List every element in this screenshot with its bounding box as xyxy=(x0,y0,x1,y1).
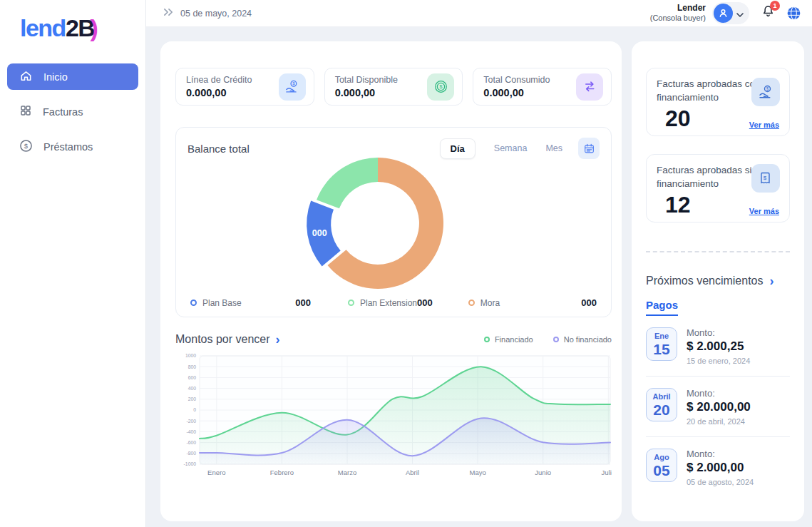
svg-text:Abril: Abril xyxy=(406,469,419,476)
balance-total-card: Balance total Día Semana Mes 000 xyxy=(175,127,612,317)
payment-day: 20 xyxy=(647,402,677,417)
montos-title: Montos por vencer xyxy=(175,333,270,346)
payment-item: Ene 15 Monto: $ 2.000,25 15 de enero, 20… xyxy=(646,327,790,365)
legend-value: 000 xyxy=(581,297,597,308)
user-menu-button[interactable] xyxy=(712,2,749,24)
avatar xyxy=(714,4,733,23)
amount-label: Monto: xyxy=(687,449,754,459)
approved-with-financing-card: Facturas aprobadas con financiamiento 20… xyxy=(646,68,790,136)
stat-label: Total Consumido xyxy=(483,75,550,85)
sidebar-item-label: Préstamos xyxy=(43,141,93,153)
stat-value: 0.000,00 xyxy=(186,87,252,98)
chevron-down-icon xyxy=(736,7,744,20)
topbar: 05 de mayo, 2024 Lender (Consola buyer) xyxy=(146,0,812,27)
calendar-button[interactable] xyxy=(578,138,600,159)
svg-text:400: 400 xyxy=(188,386,197,391)
brand-logo-primary: lend xyxy=(20,14,66,41)
language-button[interactable] xyxy=(786,5,802,21)
legend-dot xyxy=(484,337,490,342)
legend-label: No financiado xyxy=(564,335,612,344)
stat-value: 0.000,00 xyxy=(483,87,550,98)
svg-text:$: $ xyxy=(24,142,29,150)
donut-legend: Plan Base 000 Plan Extension 000 Mora 00… xyxy=(187,297,600,308)
right-panel: Facturas aprobadas con financiamiento 20… xyxy=(632,41,804,521)
tab-semana[interactable]: Semana xyxy=(494,143,528,153)
balance-period-tabs: Día Semana Mes xyxy=(440,138,600,159)
chevron-right-icon: › xyxy=(276,333,280,346)
svg-text:$: $ xyxy=(764,175,767,181)
legend-value: 000 xyxy=(295,297,311,308)
legend-financiado: Financiado xyxy=(484,335,533,344)
legend-dot xyxy=(553,337,559,342)
svg-text:000: 000 xyxy=(312,228,327,238)
main-region: 05 de mayo, 2024 Lender (Consola buyer) xyxy=(146,0,812,527)
tab-pagos[interactable]: Pagos xyxy=(646,299,678,316)
svg-text:Julio: Julio xyxy=(602,469,612,476)
sidebar-item-label: Inicio xyxy=(43,71,68,83)
montos-area-chart: 10008006004002000-200-400-600-800-1000En… xyxy=(175,352,612,480)
calendar-icon xyxy=(583,143,595,155)
svg-text:Mayo: Mayo xyxy=(469,469,485,476)
dashed-divider xyxy=(646,251,790,252)
legend-mora: Mora 000 xyxy=(468,297,597,308)
invoice-dollar-icon: $ xyxy=(751,164,780,193)
tab-mes[interactable]: Mes xyxy=(545,143,562,153)
hand-coin-icon: $ xyxy=(751,78,780,106)
content-area: Línea de Crédito 0.000,00 $ T xyxy=(146,27,812,527)
grid-icon xyxy=(19,104,32,119)
legend-plan-extension: Plan Extension 000 xyxy=(348,297,433,308)
sidebar-item-inicio[interactable]: Inicio xyxy=(7,63,138,90)
montos-title-link[interactable]: Montos por vencer › xyxy=(175,333,280,346)
svg-text:Junio: Junio xyxy=(535,469,551,476)
legend-plan-base: Plan Base 000 xyxy=(190,297,311,308)
sidebar: lend2B) Inicio Facturas xyxy=(0,0,146,527)
sidebar-toggle-icon[interactable] xyxy=(163,8,174,19)
stats-row: Línea de Crédito 0.000,00 $ T xyxy=(175,68,612,106)
sidebar-nav: Inicio Facturas $ Préstamos xyxy=(0,63,145,160)
ver-mas-link[interactable]: Ver más xyxy=(749,121,779,129)
svg-text:0: 0 xyxy=(193,407,196,412)
legend-dot xyxy=(348,300,354,306)
ver-mas-link[interactable]: Ver más xyxy=(749,207,779,215)
breadcrumb: 05 de mayo, 2024 xyxy=(163,8,252,19)
sidebar-item-label: Facturas xyxy=(43,106,83,118)
brand-logo-swirl: ) xyxy=(90,14,97,41)
svg-text:Febrero: Febrero xyxy=(270,469,294,476)
dashboard-card: Línea de Crédito 0.000,00 $ T xyxy=(160,41,622,521)
sidebar-item-facturas[interactable]: Facturas xyxy=(7,98,138,125)
payment-month: Ene xyxy=(647,332,677,340)
globe-icon xyxy=(786,5,802,21)
approved-without-financing-card: Facturas aprobadas sin financiamiento 12… xyxy=(646,154,790,222)
svg-text:200: 200 xyxy=(188,396,197,401)
swap-arrows-icon xyxy=(576,73,603,101)
payment-date: 20 de abril, 2024 xyxy=(687,417,751,426)
stat-value: 0.000,00 xyxy=(335,87,398,98)
balance-donut-chart: 000 xyxy=(187,149,600,296)
user-role: (Consola buyer) xyxy=(650,14,706,24)
home-icon xyxy=(19,69,33,85)
amount-value: $ 2.000,25 xyxy=(687,339,750,354)
legend-dot xyxy=(468,300,475,306)
payment-date: 15 de enero, 2024 xyxy=(687,357,750,365)
amount-label: Monto: xyxy=(687,388,751,399)
upcoming-title: Próximos vencimientos xyxy=(646,275,764,287)
current-date: 05 de mayo, 2024 xyxy=(180,9,252,19)
svg-text:$: $ xyxy=(439,84,442,90)
sidebar-item-prestamos[interactable]: $ Préstamos xyxy=(7,133,138,160)
payment-item: Abril 20 Monto: $ 20.000,00 20 de abril,… xyxy=(646,388,790,426)
upcoming-payments-link[interactable]: Próximos vencimientos › xyxy=(646,275,790,287)
payment-date-badge: Ago 05 xyxy=(646,449,677,482)
legend-dot xyxy=(190,300,197,306)
chevron-right-icon: › xyxy=(770,275,774,287)
payment-date-badge: Ene 15 xyxy=(646,327,677,361)
approval-title: Facturas aprobadas sin financiamiento xyxy=(657,164,762,191)
legend-no-financiado: No financiado xyxy=(553,335,612,344)
divider xyxy=(646,436,790,437)
svg-text:-600: -600 xyxy=(186,440,196,445)
divider xyxy=(646,376,790,377)
stat-card-total-disponible: Total Disponible 0.000,00 $ xyxy=(324,68,463,106)
payment-item: Ago 05 Monto: $ 2.000,00 05 de agosto, 2… xyxy=(646,449,790,486)
coin-icon: $ xyxy=(427,73,454,101)
notifications-button[interactable]: 1 xyxy=(761,4,776,22)
tab-dia[interactable]: Día xyxy=(440,138,476,159)
